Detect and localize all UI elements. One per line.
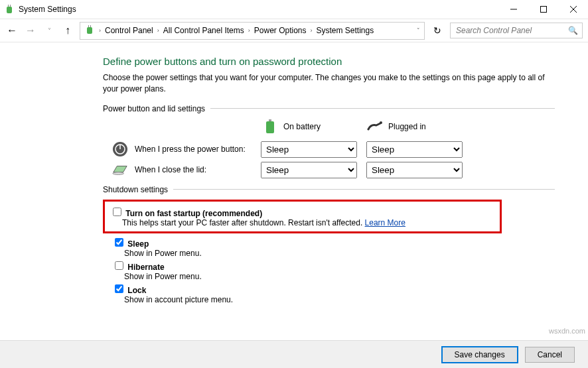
section-shutdown: Shutdown settings: [103, 185, 555, 194]
content-area: Define power buttons and turn on passwor…: [0, 42, 588, 304]
toolbar: ← → ˅ ↑ › Control Panel › All Control Pa…: [0, 19, 588, 42]
svg-rect-1: [8, 5, 9, 7]
page-heading: Define power buttons and turn on passwor…: [103, 56, 555, 67]
sleep-checkbox[interactable]: [115, 238, 123, 247]
chevron-down-icon[interactable]: ˅: [417, 27, 420, 34]
search-box[interactable]: 🔍: [450, 23, 583, 38]
chevron-right-icon: ›: [99, 27, 101, 34]
app-icon: [4, 4, 15, 15]
power-button-icon: [112, 141, 128, 157]
svg-point-16: [113, 172, 124, 175]
page-description: Choose the power settings that you want …: [103, 72, 555, 95]
svg-rect-0: [7, 7, 12, 13]
breadcrumb-all-items[interactable]: All Control Panel Items: [163, 26, 244, 35]
lock-row[interactable]: Lock: [112, 286, 146, 295]
up-button[interactable]: ↑: [61, 25, 74, 36]
cancel-button[interactable]: Cancel: [525, 347, 575, 363]
search-icon: 🔍: [568, 26, 578, 35]
on-battery-label: On battery: [283, 122, 321, 131]
recent-dropdown[interactable]: ˅: [42, 27, 56, 34]
search-input[interactable]: [455, 25, 568, 36]
plug-icon: [367, 119, 383, 135]
maximize-button[interactable]: [528, 0, 558, 19]
fast-startup-checkbox[interactable]: [113, 208, 121, 216]
minimize-button[interactable]: [498, 0, 528, 19]
watermark: wsxdn.com: [549, 327, 585, 335]
svg-rect-9: [90, 25, 91, 27]
svg-rect-2: [10, 5, 11, 7]
power-icon: [84, 25, 95, 37]
close-button[interactable]: [558, 0, 588, 19]
lock-label: Lock: [127, 286, 146, 295]
fast-startup-description: This helps start your PC faster after sh…: [122, 218, 494, 227]
lock-sub: Show in account picture menu.: [124, 295, 555, 304]
svg-rect-8: [88, 25, 89, 27]
forward-button[interactable]: →: [24, 25, 37, 36]
sleep-sub: Show in Power menu.: [124, 249, 555, 258]
lid-battery-select[interactable]: Sleep: [261, 162, 357, 178]
refresh-button[interactable]: ↻: [430, 25, 445, 36]
svg-rect-7: [87, 27, 92, 34]
learn-more-link[interactable]: Learn More: [365, 218, 405, 227]
row-power-button: When I press the power button: Sleep Sle…: [112, 141, 555, 158]
lid-plugged-select[interactable]: Sleep: [366, 162, 463, 178]
sleep-row[interactable]: Sleep: [112, 239, 149, 249]
chevron-right-icon: ›: [248, 27, 250, 34]
column-headers: On battery Plugged in: [262, 119, 555, 135]
back-button[interactable]: ←: [5, 25, 19, 36]
svg-rect-4: [540, 7, 546, 13]
close-lid-label: When I close the lid:: [135, 165, 206, 174]
breadcrumb-control-panel[interactable]: Control Panel: [105, 26, 153, 35]
svg-point-12: [380, 121, 382, 124]
sleep-label: Sleep: [127, 239, 149, 249]
hibernate-label: Hibernate: [127, 263, 164, 272]
power-button-label: When I press the power button:: [135, 145, 246, 154]
row-close-lid: When I close the lid: Sleep Sleep: [112, 162, 555, 178]
svg-rect-10: [269, 119, 271, 121]
breadcrumb-power-options[interactable]: Power Options: [254, 26, 307, 35]
power-button-battery-select[interactable]: Sleep: [261, 141, 357, 158]
save-button[interactable]: Save changes: [441, 346, 518, 363]
hibernate-checkbox[interactable]: [115, 261, 123, 270]
address-bar[interactable]: › Control Panel › All Control Panel Item…: [80, 22, 425, 40]
fast-startup-label: Turn on fast startup (recommended): [125, 209, 262, 218]
breadcrumb-system-settings[interactable]: System Settings: [316, 26, 374, 35]
power-button-plugged-select[interactable]: Sleep: [366, 141, 463, 158]
footer-bar: Save changes Cancel: [0, 340, 588, 368]
chevron-right-icon: ›: [310, 27, 312, 34]
lid-icon: [112, 162, 128, 178]
fast-startup-row[interactable]: Turn on fast startup (recommended): [110, 209, 262, 218]
lock-checkbox[interactable]: [115, 284, 123, 293]
chevron-right-icon: ›: [157, 27, 159, 34]
window-title: System Settings: [19, 5, 498, 14]
plugged-in-label: Plugged in: [388, 122, 426, 131]
section-power-lid: Power button and lid settings: [103, 104, 555, 113]
hibernate-row[interactable]: Hibernate: [112, 263, 165, 272]
hibernate-sub: Show in Power menu.: [124, 272, 555, 281]
window-titlebar: System Settings: [0, 0, 588, 19]
highlight-box: Turn on fast startup (recommended) This …: [103, 200, 502, 233]
battery-icon: [262, 119, 278, 135]
svg-rect-11: [266, 121, 274, 133]
